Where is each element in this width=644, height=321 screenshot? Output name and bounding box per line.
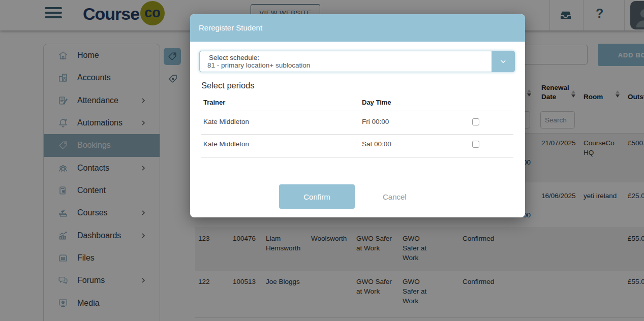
schedule-dropdown-button[interactable] xyxy=(492,51,515,72)
period-trainer: Kate Middleton xyxy=(203,118,249,125)
period-day-time: Sat 00:00 xyxy=(362,140,391,148)
period-day-time: Fri 00:00 xyxy=(362,118,389,125)
chevron-down-icon xyxy=(499,57,508,66)
reregister-student-modal: Reregister Student Select schedule: 81 -… xyxy=(190,14,525,217)
periods-header-day-time: Day Time xyxy=(362,99,391,106)
modal-title: Reregister Student xyxy=(199,14,262,42)
periods-heading: Select periods xyxy=(201,81,255,90)
periods-divider xyxy=(201,157,513,158)
periods-header-trainer: Trainer xyxy=(203,99,225,106)
cancel-button[interactable]: Cancel xyxy=(383,184,407,209)
periods-divider xyxy=(201,111,513,111)
confirm-button[interactable]: Confirm xyxy=(279,184,355,209)
period-checkbox[interactable] xyxy=(472,118,479,125)
modal-header: Reregister Student xyxy=(190,14,525,42)
schedule-select-value: 81 - primary location+ sublocation xyxy=(207,61,310,69)
periods-divider xyxy=(201,134,513,135)
app-root: Course co VIEW WEBSITE ? Home Accounts A… xyxy=(0,0,644,321)
period-checkbox[interactable] xyxy=(472,141,479,148)
schedule-select-label: Select schedule: xyxy=(209,54,259,61)
period-trainer: Kate Middleton xyxy=(203,140,249,148)
